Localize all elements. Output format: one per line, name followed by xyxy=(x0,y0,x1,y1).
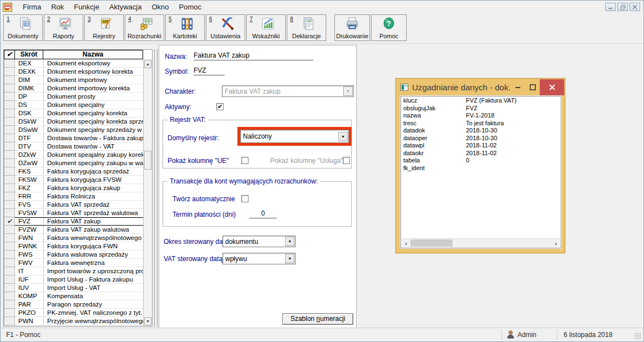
header-skrot-column[interactable]: Skrót xyxy=(14,50,43,59)
table-row[interactable]: FRR Faktura Rolnicza xyxy=(4,192,143,201)
table-row[interactable]: PWN Przyjęcie wewnątrzwspólnotowego n xyxy=(4,317,143,325)
table-row[interactable]: IT Import towarów z uproszczoną proce xyxy=(4,267,143,275)
toolbar-wskazniki-button[interactable]: 7 Wskaźniki xyxy=(246,14,286,41)
minimize-button[interactable] xyxy=(605,3,616,11)
chevron-down-icon[interactable]: ▼ xyxy=(285,254,295,263)
table-row[interactable]: FVZW Faktura VAT zakup walutowa xyxy=(4,226,143,234)
row-check-cell[interactable] xyxy=(4,68,15,76)
toolbar-deklaracje-button[interactable]: 8 Deklaracje xyxy=(287,14,326,41)
scroll-right-icon[interactable]: › xyxy=(552,240,559,247)
row-check-cell[interactable] xyxy=(4,201,15,209)
table-row[interactable]: DZkW Dokument speajalny zakupy korekta xyxy=(4,151,143,159)
table-row[interactable]: DIM Dokument importowy xyxy=(4,76,143,84)
chevron-down-icon[interactable]: ▼ xyxy=(338,132,348,141)
charakter-dropdown[interactable]: Faktura VAT zakup ▼ xyxy=(222,85,354,97)
list-item[interactable]: klucz FVZ (Faktura VAT) xyxy=(402,97,560,105)
list-item[interactable]: tresc To jest faktura xyxy=(402,120,560,127)
popup-maximize-button[interactable] xyxy=(525,79,540,95)
row-check-cell[interactable] xyxy=(4,118,15,126)
row-check-cell[interactable] xyxy=(4,192,15,201)
table-row[interactable]: DS Dokument specjalny xyxy=(4,101,143,109)
row-check-cell[interactable] xyxy=(4,76,15,84)
aktywny-checkbox[interactable]: ✔ xyxy=(216,103,224,110)
table-row[interactable]: DSwW Dokument specjalny sprzedaży w wal xyxy=(4,126,143,134)
table-row[interactable]: FWNK Faktura korygująca FWN xyxy=(4,242,143,251)
tworz-automatycznie-checkbox[interactable] xyxy=(241,195,249,202)
list-item[interactable]: nazwa FV-1-2018 xyxy=(402,112,560,120)
toolbar-rozrachunki-button[interactable]: 4 Rozrachunki xyxy=(125,14,164,41)
row-check-cell[interactable] xyxy=(4,267,15,275)
row-check-cell[interactable] xyxy=(4,234,15,242)
table-row[interactable]: DTF Dostawa towarów - Faktura zakupu xyxy=(4,134,143,142)
chevron-down-icon[interactable]: ▼ xyxy=(343,86,353,96)
toolbar-pomoc-button[interactable]: ? Pomoc xyxy=(371,14,407,41)
pokaz-usluga-checkbox[interactable] xyxy=(343,157,350,164)
row-check-cell[interactable] xyxy=(4,84,15,93)
table-row[interactable]: FWS Faktura walutowa sprzedaży xyxy=(4,251,143,259)
row-check-cell[interactable] xyxy=(4,251,15,259)
pokaz-ue-checkbox[interactable] xyxy=(241,157,249,164)
table-row[interactable]: DIMK Dokument importowy korekta xyxy=(4,84,143,93)
list-item[interactable]: tabela 0 xyxy=(402,157,560,165)
table-row[interactable]: DTV Dostawa towarów - VAT xyxy=(4,142,143,151)
scrollbar-thumb[interactable] xyxy=(144,151,151,170)
table-row[interactable]: DEX Dokument eksportowy xyxy=(4,59,143,68)
menu-aktywacja[interactable]: Aktywacja xyxy=(104,2,147,12)
row-check-cell[interactable] xyxy=(4,275,15,284)
row-check-cell[interactable] xyxy=(4,142,15,151)
popup-horizontal-scrollbar[interactable]: ‹ › xyxy=(402,238,560,247)
list-item[interactable]: dataoper 2018-10-30 xyxy=(402,135,560,142)
table-row[interactable]: DSK Dokumnet specjalny korekta xyxy=(4,109,143,118)
list-item[interactable]: fk_ident xyxy=(402,165,560,172)
menu-rok[interactable]: Rok xyxy=(46,2,69,12)
table-vertical-scrollbar[interactable]: ▲ ▼ xyxy=(143,59,152,326)
menu-funkcje[interactable]: Funkcje xyxy=(69,2,104,12)
row-check-cell[interactable] xyxy=(4,134,15,142)
list-item[interactable]: datadok 2018-10-30 xyxy=(402,127,560,135)
table-row[interactable]: ✔ FVZ Faktura VAT zakup xyxy=(4,217,143,226)
list-item[interactable]: dataokr 2018-11-02 xyxy=(402,150,560,157)
row-check-cell[interactable] xyxy=(4,176,15,184)
scroll-up-icon[interactable]: ▲ xyxy=(144,60,151,68)
table-row[interactable]: FWV Faktura wewnętrzna xyxy=(4,259,143,267)
menu-okno[interactable]: Okno xyxy=(146,2,174,12)
list-item[interactable]: obslugujJak FVZ xyxy=(402,105,560,113)
row-check-cell[interactable] xyxy=(4,292,15,300)
szablon-numeracji-button[interactable]: Szablon numeracji xyxy=(282,313,353,325)
row-check-cell[interactable] xyxy=(4,209,15,217)
row-check-cell[interactable] xyxy=(4,159,15,167)
table-row[interactable]: PKZO PK-zmniej. VAT naliczonego z tyt. z… xyxy=(4,309,143,317)
toolbar-drukowanie-button[interactable]: Drukowanie xyxy=(334,14,370,41)
row-check-cell[interactable] xyxy=(4,309,15,317)
row-check-cell[interactable] xyxy=(4,109,15,118)
toolbar-dokumenty-button[interactable]: 1 Dokumenty xyxy=(3,14,43,41)
header-check-column[interactable]: ✔ xyxy=(4,50,15,59)
restore-button[interactable] xyxy=(617,3,628,11)
table-row[interactable]: DP Dokument prosty xyxy=(4,93,143,101)
row-check-cell[interactable] xyxy=(4,184,15,192)
resize-grip[interactable] xyxy=(635,333,641,339)
table-row[interactable]: FVS Faktura VAT sprzedaż xyxy=(4,201,143,209)
row-check-cell[interactable] xyxy=(4,242,15,251)
vat-sterowany-dropdown[interactable]: wpływu ▼ xyxy=(222,253,296,264)
okres-sterowany-dropdown[interactable]: dokumentu ▼ xyxy=(222,236,296,247)
row-check-cell[interactable] xyxy=(4,259,15,267)
row-check-cell[interactable] xyxy=(4,226,15,234)
table-row[interactable]: PAR Paragon sprzedaży xyxy=(4,300,143,309)
scroll-left-icon[interactable]: ‹ xyxy=(403,240,409,247)
row-check-cell[interactable] xyxy=(4,101,15,109)
menu-pomoc[interactable]: Pomoc xyxy=(174,2,206,12)
row-check-cell[interactable] xyxy=(4,151,15,159)
popup-titlebar[interactable]: Uzgadnianie danych - dok... xyxy=(396,79,565,95)
table-row[interactable]: FWN Faktura wewnątrzwspólnotowego na xyxy=(4,234,143,242)
header-nazwa-column[interactable]: Nazwa xyxy=(43,50,143,59)
toolbar-kartoteki-button[interactable]: 5 Kartoteki xyxy=(165,14,205,41)
row-check-cell[interactable] xyxy=(4,300,15,309)
toolbar-ustawienia-button[interactable]: 6 Ustawienia xyxy=(206,14,245,41)
popup-close-button[interactable] xyxy=(540,79,564,95)
table-row[interactable]: FKZ Faktura korygująca zakup xyxy=(4,184,143,192)
table-row[interactable]: FKSW Faktura korygująca FVSW xyxy=(4,176,143,184)
scroll-down-icon[interactable]: ▼ xyxy=(144,317,151,325)
table-row[interactable]: FKS Faktura korygująca sprzedaż xyxy=(4,167,143,176)
row-check-cell[interactable]: ✔ xyxy=(4,217,15,226)
